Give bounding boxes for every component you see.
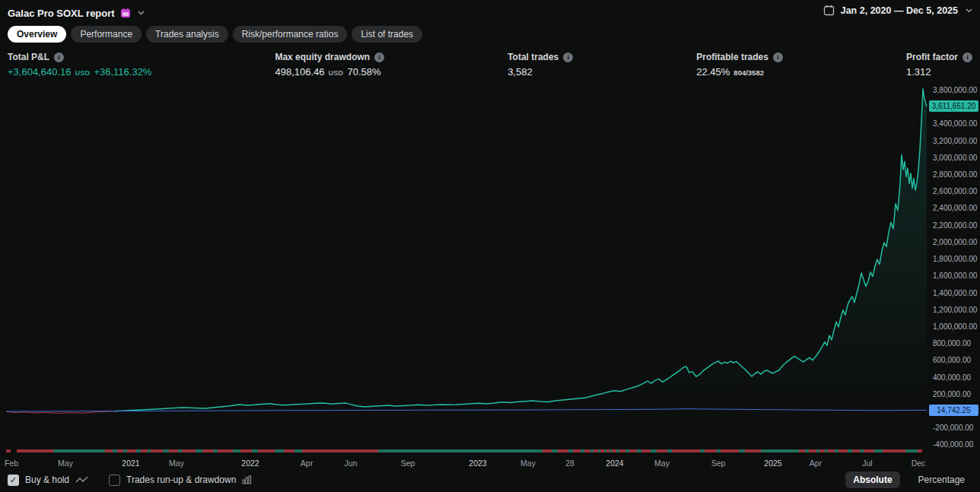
trade-marker [809, 449, 816, 452]
trade-marker [745, 449, 761, 452]
checkbox-unchecked-icon[interactable] [109, 475, 120, 486]
x-axis-label: 2021 [122, 459, 139, 468]
y-axis-label: 1,600,000.00 [933, 271, 977, 280]
toggle-buy-and-hold[interactable]: ✓ Buy & hold [8, 475, 89, 486]
tab-risk-performance-ratios[interactable]: Risk/performance ratios [233, 26, 348, 43]
stat-value: 3,582 [508, 66, 533, 78]
trade-marker [240, 449, 252, 452]
trade-marker [552, 449, 558, 452]
toggle-trades-runup-drawdown[interactable]: Trades run-up & drawdown [109, 475, 252, 486]
date-range-picker[interactable]: Jan 2, 2020 — Dec 5, 2025 [823, 5, 972, 16]
stat-profitable-trades: Profitable trades 22.45% 804/3582 [696, 52, 783, 78]
stat-unit: USD [329, 69, 344, 77]
trade-marker [828, 449, 835, 452]
report-title[interactable]: Galac Pro SOXL report [8, 8, 145, 19]
stat-unit: USD [75, 69, 91, 77]
info-icon[interactable] [54, 52, 64, 62]
tab-overview[interactable]: Overview [8, 26, 66, 43]
report-title-text: Galac Pro SOXL report [8, 8, 115, 19]
y-axis-label: -200,000.00 [933, 424, 973, 432]
trade-marker [53, 449, 105, 452]
x-axis-label: May [58, 459, 73, 468]
equity-chart-panel: 3,800,000.003,400,000.003,200,000.003,00… [0, 81, 980, 470]
x-axis-label: 2023 [469, 459, 486, 468]
y-axis-label: 2,200,000.00 [933, 221, 977, 230]
y-axis-label: 3,000,000.00 [933, 154, 977, 162]
x-axis-label: Sep [711, 459, 726, 468]
report-tabs: Overview Performance Trades analysis Ris… [0, 21, 980, 46]
mode-percentage-button[interactable]: Percentage [911, 471, 972, 488]
stat-total-trades: Total trades 3,582 [508, 52, 573, 78]
stat-fraction: 804/3582 [733, 68, 764, 77]
mode-absolute-button[interactable]: Absolute [845, 471, 899, 488]
y-axis-label: 1,800,000.00 [933, 255, 977, 263]
calendar-icon [823, 5, 835, 16]
stat-max-equity-drawdown: Max equity drawdown 498,106.46 USD 70.58… [275, 52, 384, 78]
trade-marker [233, 449, 240, 452]
x-axis-label: Apr [810, 459, 822, 468]
checkbox-label: Buy & hold [25, 475, 69, 485]
y-axis-label: 3,800,000.00 [933, 86, 977, 94]
stat-extra: 70.58% [347, 66, 380, 78]
trade-marker [163, 449, 169, 452]
x-axis-label: Apr [301, 459, 313, 468]
buy-hold-value-tag: 14,742.25 [929, 405, 978, 416]
trade-marker [584, 449, 590, 452]
trade-marker [196, 449, 202, 452]
date-range-chevron-down-icon [966, 8, 972, 13]
stat-total-pnl: Total P&L +3,604,640.16 USD +36,116.32% [8, 52, 151, 78]
trade-marker [672, 449, 700, 452]
trade-marker [721, 449, 739, 452]
y-axis-label: 3,400,000.00 [933, 119, 977, 128]
summary-stats-row: Total P&L +3,604,640.16 USD +36,116.32% … [0, 46, 980, 78]
trade-marker [127, 449, 136, 452]
trade-marker [918, 449, 922, 452]
equity-chart-canvas[interactable] [0, 81, 980, 470]
stat-value: 1.312 [906, 66, 931, 78]
y-axis-label: 200,000.00 [933, 390, 971, 398]
title-chevron-down-icon[interactable] [138, 11, 145, 15]
stat-label: Total P&L [8, 52, 49, 62]
stat-value: 498,106.46 [275, 66, 324, 78]
x-axis-label: Feb [5, 459, 18, 468]
x-axis-label: Jun [345, 459, 358, 468]
info-icon[interactable] [963, 52, 972, 62]
y-axis-label: 1,000,000.00 [933, 322, 977, 331]
stat-value: 22.45% [696, 66, 730, 78]
x-axis-label: 2025 [764, 459, 781, 468]
x-axis-label: May [169, 459, 184, 468]
trade-marker [573, 449, 581, 452]
trade-marker [641, 449, 651, 452]
x-axis-label: 2024 [606, 459, 623, 468]
tab-trades-analysis[interactable]: Trades analysis [146, 26, 228, 43]
x-axis-label: Sep [401, 459, 415, 468]
trade-marker [218, 449, 233, 452]
trade-marker [151, 449, 163, 452]
trade-marker [284, 449, 294, 452]
trade-marker [258, 449, 275, 452]
trade-marker [182, 449, 196, 452]
strategy-calendar-icon [120, 8, 131, 18]
info-icon[interactable] [563, 52, 573, 62]
info-icon[interactable] [773, 52, 783, 62]
trade-marker [629, 449, 637, 452]
stat-label: Profitable trades [696, 52, 768, 62]
y-axis-label: 600,000.00 [933, 356, 971, 364]
x-axis-label: 2022 [241, 459, 259, 468]
tab-list-of-trades[interactable]: List of trades [352, 26, 422, 43]
checkbox-checked-icon[interactable]: ✓ [8, 475, 19, 486]
x-axis-label: Dec [912, 459, 926, 468]
trade-marker [302, 449, 378, 452]
info-icon[interactable] [374, 52, 384, 62]
trade-marker [739, 449, 745, 452]
checkbox-label: Trades run-up & drawdown [126, 475, 236, 485]
stat-label: Total trades [508, 52, 558, 62]
trade-marker [905, 449, 918, 452]
trade-marker [202, 449, 213, 452]
y-axis-label: 2,000,000.00 [933, 238, 977, 246]
tab-performance[interactable]: Performance [71, 26, 142, 43]
trade-marker [542, 449, 552, 452]
equity-value-tag: 3,611,651.20 [929, 100, 978, 112]
trade-marker [705, 449, 717, 452]
stat-value: +3,604,640.16 [8, 66, 72, 78]
